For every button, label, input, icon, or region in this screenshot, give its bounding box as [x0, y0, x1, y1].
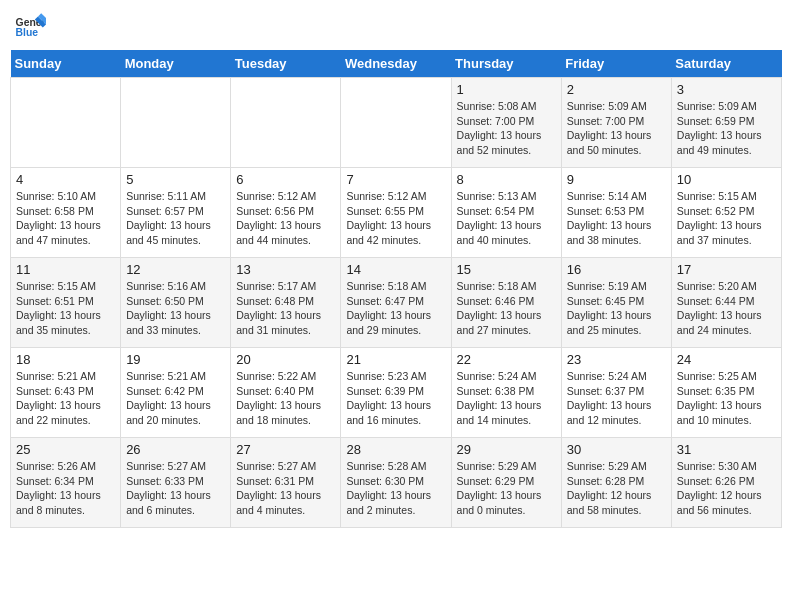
day-number: 21	[346, 352, 445, 367]
day-info: Sunrise: 5:17 AM Sunset: 6:48 PM Dayligh…	[236, 279, 335, 338]
calendar-week-1: 1Sunrise: 5:08 AM Sunset: 7:00 PM Daylig…	[11, 78, 782, 168]
calendar-cell: 19Sunrise: 5:21 AM Sunset: 6:42 PM Dayli…	[121, 348, 231, 438]
calendar-week-5: 25Sunrise: 5:26 AM Sunset: 6:34 PM Dayli…	[11, 438, 782, 528]
day-number: 10	[677, 172, 776, 187]
day-info: Sunrise: 5:15 AM Sunset: 6:51 PM Dayligh…	[16, 279, 115, 338]
day-number: 22	[457, 352, 556, 367]
day-info: Sunrise: 5:09 AM Sunset: 6:59 PM Dayligh…	[677, 99, 776, 158]
day-number: 17	[677, 262, 776, 277]
day-info: Sunrise: 5:23 AM Sunset: 6:39 PM Dayligh…	[346, 369, 445, 428]
day-info: Sunrise: 5:11 AM Sunset: 6:57 PM Dayligh…	[126, 189, 225, 248]
weekday-header-wednesday: Wednesday	[341, 50, 451, 78]
day-info: Sunrise: 5:21 AM Sunset: 6:43 PM Dayligh…	[16, 369, 115, 428]
day-info: Sunrise: 5:30 AM Sunset: 6:26 PM Dayligh…	[677, 459, 776, 518]
day-info: Sunrise: 5:13 AM Sunset: 6:54 PM Dayligh…	[457, 189, 556, 248]
calendar-cell: 24Sunrise: 5:25 AM Sunset: 6:35 PM Dayli…	[671, 348, 781, 438]
calendar-cell: 18Sunrise: 5:21 AM Sunset: 6:43 PM Dayli…	[11, 348, 121, 438]
calendar-cell: 5Sunrise: 5:11 AM Sunset: 6:57 PM Daylig…	[121, 168, 231, 258]
day-number: 5	[126, 172, 225, 187]
calendar-cell: 7Sunrise: 5:12 AM Sunset: 6:55 PM Daylig…	[341, 168, 451, 258]
calendar-cell: 9Sunrise: 5:14 AM Sunset: 6:53 PM Daylig…	[561, 168, 671, 258]
calendar-week-4: 18Sunrise: 5:21 AM Sunset: 6:43 PM Dayli…	[11, 348, 782, 438]
calendar-cell: 12Sunrise: 5:16 AM Sunset: 6:50 PM Dayli…	[121, 258, 231, 348]
weekday-header-tuesday: Tuesday	[231, 50, 341, 78]
calendar-week-2: 4Sunrise: 5:10 AM Sunset: 6:58 PM Daylig…	[11, 168, 782, 258]
calendar-cell: 14Sunrise: 5:18 AM Sunset: 6:47 PM Dayli…	[341, 258, 451, 348]
day-number: 31	[677, 442, 776, 457]
day-number: 25	[16, 442, 115, 457]
calendar-cell: 2Sunrise: 5:09 AM Sunset: 7:00 PM Daylig…	[561, 78, 671, 168]
logo-icon: General Blue	[14, 10, 46, 42]
calendar-cell	[121, 78, 231, 168]
calendar-cell: 15Sunrise: 5:18 AM Sunset: 6:46 PM Dayli…	[451, 258, 561, 348]
calendar-cell: 27Sunrise: 5:27 AM Sunset: 6:31 PM Dayli…	[231, 438, 341, 528]
day-info: Sunrise: 5:16 AM Sunset: 6:50 PM Dayligh…	[126, 279, 225, 338]
day-number: 27	[236, 442, 335, 457]
day-number: 30	[567, 442, 666, 457]
day-number: 16	[567, 262, 666, 277]
day-number: 24	[677, 352, 776, 367]
weekday-header-friday: Friday	[561, 50, 671, 78]
calendar-cell: 6Sunrise: 5:12 AM Sunset: 6:56 PM Daylig…	[231, 168, 341, 258]
calendar-cell	[231, 78, 341, 168]
calendar-cell: 11Sunrise: 5:15 AM Sunset: 6:51 PM Dayli…	[11, 258, 121, 348]
day-info: Sunrise: 5:15 AM Sunset: 6:52 PM Dayligh…	[677, 189, 776, 248]
calendar-cell: 8Sunrise: 5:13 AM Sunset: 6:54 PM Daylig…	[451, 168, 561, 258]
calendar-cell: 3Sunrise: 5:09 AM Sunset: 6:59 PM Daylig…	[671, 78, 781, 168]
weekday-header-sunday: Sunday	[11, 50, 121, 78]
calendar-week-3: 11Sunrise: 5:15 AM Sunset: 6:51 PM Dayli…	[11, 258, 782, 348]
day-number: 2	[567, 82, 666, 97]
calendar-table: SundayMondayTuesdayWednesdayThursdayFrid…	[10, 50, 782, 528]
day-info: Sunrise: 5:29 AM Sunset: 6:28 PM Dayligh…	[567, 459, 666, 518]
calendar-cell: 16Sunrise: 5:19 AM Sunset: 6:45 PM Dayli…	[561, 258, 671, 348]
calendar-cell: 26Sunrise: 5:27 AM Sunset: 6:33 PM Dayli…	[121, 438, 231, 528]
day-info: Sunrise: 5:29 AM Sunset: 6:29 PM Dayligh…	[457, 459, 556, 518]
day-number: 9	[567, 172, 666, 187]
calendar-cell: 29Sunrise: 5:29 AM Sunset: 6:29 PM Dayli…	[451, 438, 561, 528]
calendar-cell: 10Sunrise: 5:15 AM Sunset: 6:52 PM Dayli…	[671, 168, 781, 258]
day-number: 3	[677, 82, 776, 97]
day-number: 6	[236, 172, 335, 187]
calendar-cell: 23Sunrise: 5:24 AM Sunset: 6:37 PM Dayli…	[561, 348, 671, 438]
day-info: Sunrise: 5:12 AM Sunset: 6:55 PM Dayligh…	[346, 189, 445, 248]
day-number: 29	[457, 442, 556, 457]
day-info: Sunrise: 5:21 AM Sunset: 6:42 PM Dayligh…	[126, 369, 225, 428]
day-number: 11	[16, 262, 115, 277]
weekday-header-thursday: Thursday	[451, 50, 561, 78]
calendar-cell: 21Sunrise: 5:23 AM Sunset: 6:39 PM Dayli…	[341, 348, 451, 438]
day-info: Sunrise: 5:18 AM Sunset: 6:46 PM Dayligh…	[457, 279, 556, 338]
calendar-cell	[11, 78, 121, 168]
day-number: 26	[126, 442, 225, 457]
day-info: Sunrise: 5:14 AM Sunset: 6:53 PM Dayligh…	[567, 189, 666, 248]
day-info: Sunrise: 5:24 AM Sunset: 6:38 PM Dayligh…	[457, 369, 556, 428]
day-info: Sunrise: 5:10 AM Sunset: 6:58 PM Dayligh…	[16, 189, 115, 248]
day-info: Sunrise: 5:22 AM Sunset: 6:40 PM Dayligh…	[236, 369, 335, 428]
weekday-header-row: SundayMondayTuesdayWednesdayThursdayFrid…	[11, 50, 782, 78]
calendar-cell: 25Sunrise: 5:26 AM Sunset: 6:34 PM Dayli…	[11, 438, 121, 528]
day-number: 28	[346, 442, 445, 457]
weekday-header-saturday: Saturday	[671, 50, 781, 78]
day-info: Sunrise: 5:19 AM Sunset: 6:45 PM Dayligh…	[567, 279, 666, 338]
weekday-header-monday: Monday	[121, 50, 231, 78]
calendar-cell: 4Sunrise: 5:10 AM Sunset: 6:58 PM Daylig…	[11, 168, 121, 258]
day-number: 23	[567, 352, 666, 367]
day-info: Sunrise: 5:12 AM Sunset: 6:56 PM Dayligh…	[236, 189, 335, 248]
page-header: General Blue	[10, 10, 782, 42]
calendar-cell: 1Sunrise: 5:08 AM Sunset: 7:00 PM Daylig…	[451, 78, 561, 168]
day-info: Sunrise: 5:09 AM Sunset: 7:00 PM Dayligh…	[567, 99, 666, 158]
day-number: 18	[16, 352, 115, 367]
day-info: Sunrise: 5:25 AM Sunset: 6:35 PM Dayligh…	[677, 369, 776, 428]
day-info: Sunrise: 5:26 AM Sunset: 6:34 PM Dayligh…	[16, 459, 115, 518]
calendar-cell: 28Sunrise: 5:28 AM Sunset: 6:30 PM Dayli…	[341, 438, 451, 528]
calendar-cell	[341, 78, 451, 168]
svg-text:Blue: Blue	[16, 27, 39, 38]
day-info: Sunrise: 5:27 AM Sunset: 6:33 PM Dayligh…	[126, 459, 225, 518]
day-info: Sunrise: 5:20 AM Sunset: 6:44 PM Dayligh…	[677, 279, 776, 338]
day-info: Sunrise: 5:08 AM Sunset: 7:00 PM Dayligh…	[457, 99, 556, 158]
day-number: 12	[126, 262, 225, 277]
day-number: 4	[16, 172, 115, 187]
calendar-cell: 31Sunrise: 5:30 AM Sunset: 6:26 PM Dayli…	[671, 438, 781, 528]
day-number: 13	[236, 262, 335, 277]
calendar-cell: 22Sunrise: 5:24 AM Sunset: 6:38 PM Dayli…	[451, 348, 561, 438]
day-number: 1	[457, 82, 556, 97]
